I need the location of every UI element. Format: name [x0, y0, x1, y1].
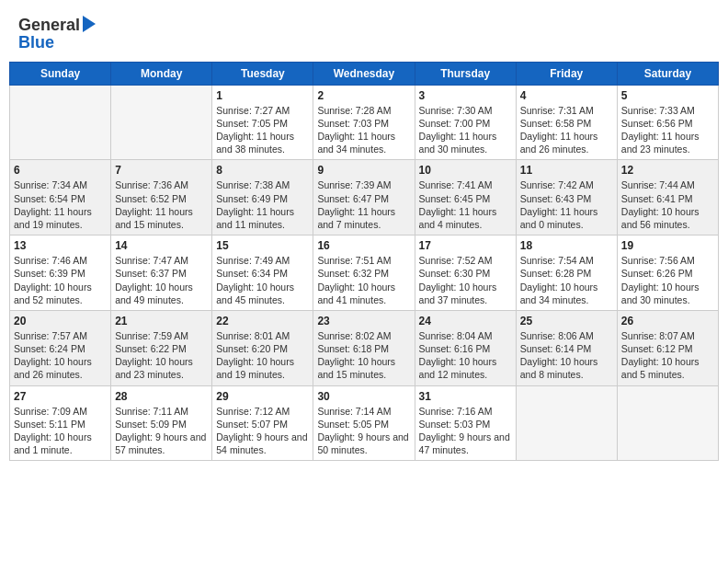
- day-number: 22: [216, 315, 309, 327]
- day-number: 16: [317, 239, 410, 252]
- cell-info: Sunrise: 7:33 AMSunset: 6:56 PMDaylight:…: [621, 104, 714, 156]
- day-number: 28: [115, 390, 208, 403]
- logo-blue: Blue: [18, 33, 54, 52]
- day-number: 30: [317, 390, 410, 403]
- weekday-header-sunday: Sunday: [10, 62, 111, 85]
- logo: General Blue: [18, 17, 96, 52]
- calendar-body: 1Sunrise: 7:27 AMSunset: 7:05 PMDaylight…: [10, 85, 719, 460]
- day-number: 9: [317, 164, 410, 177]
- day-number: 12: [621, 164, 714, 177]
- cell-info: Sunrise: 7:42 AMSunset: 6:43 PMDaylight:…: [520, 178, 613, 231]
- calendar-cell: 31Sunrise: 7:16 AMSunset: 5:03 PMDayligh…: [415, 385, 516, 461]
- cell-info: Sunrise: 7:14 AMSunset: 5:05 PMDaylight:…: [317, 405, 410, 457]
- calendar-cell: 29Sunrise: 7:12 AMSunset: 5:07 PMDayligh…: [212, 385, 313, 461]
- calendar-cell: 28Sunrise: 7:11 AMSunset: 5:09 PMDayligh…: [111, 385, 212, 461]
- calendar-cell: 7Sunrise: 7:36 AMSunset: 6:52 PMDaylight…: [111, 160, 212, 236]
- cell-info: Sunrise: 7:44 AMSunset: 6:41 PMDaylight:…: [621, 178, 714, 231]
- day-number: 14: [115, 239, 208, 252]
- cell-info: Sunrise: 7:56 AMSunset: 6:26 PMDaylight:…: [621, 254, 714, 306]
- calendar-week-row: 27Sunrise: 7:09 AMSunset: 5:11 PMDayligh…: [10, 385, 719, 461]
- cell-info: Sunrise: 7:30 AMSunset: 7:00 PMDaylight:…: [419, 104, 512, 156]
- day-number: 31: [419, 390, 512, 403]
- calendar-cell: 1Sunrise: 7:27 AMSunset: 7:05 PMDaylight…: [212, 85, 313, 160]
- day-number: 26: [621, 315, 714, 327]
- calendar-cell: 26Sunrise: 8:07 AMSunset: 6:12 PMDayligh…: [617, 310, 718, 385]
- day-number: 19: [621, 239, 714, 252]
- calendar-cell: [111, 85, 212, 160]
- calendar-cell: 18Sunrise: 7:54 AMSunset: 6:28 PMDayligh…: [516, 236, 617, 311]
- cell-info: Sunrise: 7:41 AMSunset: 6:45 PMDaylight:…: [419, 178, 512, 231]
- cell-info: Sunrise: 7:11 AMSunset: 5:09 PMDaylight:…: [115, 405, 208, 457]
- day-number: 4: [520, 89, 613, 102]
- calendar-cell: 24Sunrise: 8:04 AMSunset: 6:16 PMDayligh…: [415, 310, 516, 385]
- calendar-cell: 20Sunrise: 7:57 AMSunset: 6:24 PMDayligh…: [10, 310, 111, 385]
- calendar-cell: 10Sunrise: 7:41 AMSunset: 6:45 PMDayligh…: [415, 160, 516, 236]
- cell-info: Sunrise: 7:39 AMSunset: 6:47 PMDaylight:…: [317, 178, 410, 231]
- cell-info: Sunrise: 7:28 AMSunset: 7:03 PMDaylight:…: [317, 104, 410, 156]
- calendar-cell: 27Sunrise: 7:09 AMSunset: 5:11 PMDayligh…: [10, 385, 111, 461]
- cell-info: Sunrise: 8:06 AMSunset: 6:14 PMDaylight:…: [520, 329, 613, 382]
- calendar-cell: 9Sunrise: 7:39 AMSunset: 6:47 PMDaylight…: [313, 160, 415, 236]
- day-number: 29: [216, 390, 309, 403]
- calendar-cell: 23Sunrise: 8:02 AMSunset: 6:18 PMDayligh…: [313, 310, 415, 385]
- day-number: 20: [14, 315, 107, 327]
- day-number: 23: [317, 315, 410, 327]
- day-number: 21: [115, 315, 208, 327]
- day-number: 24: [419, 315, 512, 327]
- cell-info: Sunrise: 7:38 AMSunset: 6:49 PMDaylight:…: [216, 178, 309, 231]
- cell-info: Sunrise: 7:36 AMSunset: 6:52 PMDaylight:…: [115, 178, 208, 231]
- calendar-cell: 17Sunrise: 7:52 AMSunset: 6:30 PMDayligh…: [415, 236, 516, 311]
- day-number: 17: [419, 239, 512, 252]
- cell-info: Sunrise: 8:02 AMSunset: 6:18 PMDaylight:…: [317, 329, 410, 382]
- calendar-week-row: 6Sunrise: 7:34 AMSunset: 6:54 PMDaylight…: [10, 160, 719, 236]
- calendar-cell: 2Sunrise: 7:28 AMSunset: 7:03 PMDaylight…: [313, 85, 415, 160]
- calendar-cell: [617, 385, 718, 461]
- weekday-header-thursday: Thursday: [415, 62, 516, 85]
- calendar-cell: 22Sunrise: 8:01 AMSunset: 6:20 PMDayligh…: [212, 310, 313, 385]
- cell-info: Sunrise: 8:07 AMSunset: 6:12 PMDaylight:…: [621, 329, 714, 382]
- cell-info: Sunrise: 7:12 AMSunset: 5:07 PMDaylight:…: [216, 405, 309, 457]
- cell-info: Sunrise: 7:57 AMSunset: 6:24 PMDaylight:…: [14, 329, 107, 382]
- calendar-header-row: SundayMondayTuesdayWednesdayThursdayFrid…: [10, 62, 719, 85]
- calendar-cell: 15Sunrise: 7:49 AMSunset: 6:34 PMDayligh…: [212, 236, 313, 311]
- calendar-week-row: 20Sunrise: 7:57 AMSunset: 6:24 PMDayligh…: [10, 310, 719, 385]
- calendar-cell: 14Sunrise: 7:47 AMSunset: 6:37 PMDayligh…: [111, 236, 212, 311]
- cell-info: Sunrise: 7:54 AMSunset: 6:28 PMDaylight:…: [520, 254, 613, 306]
- day-number: 6: [14, 164, 107, 177]
- weekday-header-monday: Monday: [111, 62, 212, 85]
- calendar-cell: 8Sunrise: 7:38 AMSunset: 6:49 PMDaylight…: [212, 160, 313, 236]
- calendar-table: SundayMondayTuesdayWednesdayThursdayFrid…: [9, 62, 719, 461]
- calendar-cell: 6Sunrise: 7:34 AMSunset: 6:54 PMDaylight…: [10, 160, 111, 236]
- cell-info: Sunrise: 7:31 AMSunset: 6:58 PMDaylight:…: [520, 104, 613, 156]
- day-number: 3: [419, 89, 512, 102]
- day-number: 7: [115, 164, 208, 177]
- cell-info: Sunrise: 7:16 AMSunset: 5:03 PMDaylight:…: [419, 405, 512, 457]
- calendar-cell: 13Sunrise: 7:46 AMSunset: 6:39 PMDayligh…: [10, 236, 111, 311]
- cell-info: Sunrise: 7:47 AMSunset: 6:37 PMDaylight:…: [115, 254, 208, 306]
- weekday-header-tuesday: Tuesday: [212, 62, 313, 85]
- weekday-header-friday: Friday: [516, 62, 617, 85]
- calendar-cell: 5Sunrise: 7:33 AMSunset: 6:56 PMDaylight…: [617, 85, 718, 160]
- logo-arrow-icon: [83, 16, 96, 32]
- cell-info: Sunrise: 8:04 AMSunset: 6:16 PMDaylight:…: [419, 329, 512, 382]
- calendar-cell: 25Sunrise: 8:06 AMSunset: 6:14 PMDayligh…: [516, 310, 617, 385]
- calendar-cell: [10, 85, 111, 160]
- day-number: 11: [520, 164, 613, 177]
- cell-info: Sunrise: 7:51 AMSunset: 6:32 PMDaylight:…: [317, 254, 410, 306]
- calendar-week-row: 1Sunrise: 7:27 AMSunset: 7:05 PMDaylight…: [10, 85, 719, 160]
- day-number: 13: [14, 239, 107, 252]
- cell-info: Sunrise: 7:59 AMSunset: 6:22 PMDaylight:…: [115, 329, 208, 382]
- day-number: 8: [216, 164, 309, 177]
- weekday-header-saturday: Saturday: [617, 62, 718, 85]
- cell-info: Sunrise: 7:27 AMSunset: 7:05 PMDaylight:…: [216, 104, 309, 156]
- calendar-cell: 11Sunrise: 7:42 AMSunset: 6:43 PMDayligh…: [516, 160, 617, 236]
- day-number: 1: [216, 89, 309, 102]
- day-number: 5: [621, 89, 714, 102]
- calendar-cell: [516, 385, 617, 461]
- calendar-week-row: 13Sunrise: 7:46 AMSunset: 6:39 PMDayligh…: [10, 236, 719, 311]
- calendar-cell: 30Sunrise: 7:14 AMSunset: 5:05 PMDayligh…: [313, 385, 415, 461]
- cell-info: Sunrise: 7:52 AMSunset: 6:30 PMDaylight:…: [419, 254, 512, 306]
- cell-info: Sunrise: 7:09 AMSunset: 5:11 PMDaylight:…: [14, 405, 107, 457]
- page-header: General Blue: [9, 9, 719, 56]
- calendar-cell: 21Sunrise: 7:59 AMSunset: 6:22 PMDayligh…: [111, 310, 212, 385]
